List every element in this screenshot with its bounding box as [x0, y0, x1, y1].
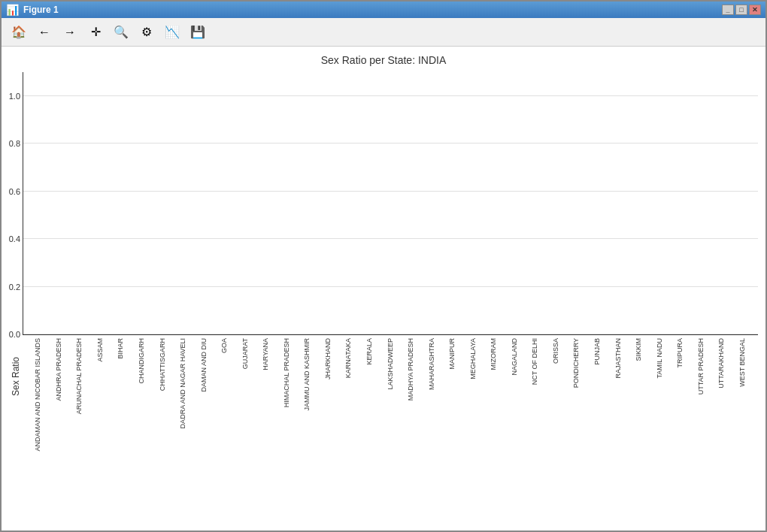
x-label-item: MIZORAM — [484, 335, 504, 530]
x-label-text: MADHYA PRADESH — [408, 338, 414, 401]
x-label-item: HIMACHAL PRADESH — [277, 335, 297, 530]
main-window: 📊 Figure 1 _ □ ✕ 🏠 ← → ✛ 🔍 ⚙ 📉 💾 Sex Rat… — [0, 0, 767, 532]
chart-inner: 0.00.20.40.60.81.0 ANDAMAN AND NICOBAR I… — [23, 72, 758, 530]
x-label-text: KERALA — [366, 338, 373, 365]
x-label-text: ORISSA — [553, 338, 559, 364]
x-label-item: TRIPURA — [671, 335, 690, 530]
x-label-item: HARYANA — [256, 335, 276, 530]
grid-line — [23, 238, 758, 239]
x-label-text: NAGALAND — [511, 338, 518, 376]
x-label-item: UTTARAKHAND — [712, 335, 732, 530]
maximize-button[interactable]: □ — [735, 5, 747, 15]
grid-line — [23, 334, 758, 334]
x-label-item: ASSAM — [91, 335, 111, 530]
x-label-text: ARUNACHAL PRADESH — [76, 338, 83, 414]
x-label-item: CHANDIGARH — [132, 335, 152, 530]
toolbar: 🏠 ← → ✛ 🔍 ⚙ 📉 💾 — [2, 18, 765, 47]
y-tick-label: 1.0 — [9, 92, 20, 101]
x-label-text: ANDAMAN AND NICOBAR ISLANDS — [35, 338, 41, 452]
bars-container — [23, 72, 758, 334]
title-bar-left: 📊 Figure 1 — [6, 4, 59, 16]
minimize-button[interactable]: _ — [722, 5, 734, 15]
x-label-text: LAKSHADWEEP — [387, 338, 394, 390]
x-label-item: JHARKHAND — [319, 335, 338, 530]
move-button[interactable]: ✛ — [84, 22, 107, 43]
x-label-text: HARYANA — [262, 338, 269, 370]
x-label-item: UTTAR PRADESH — [692, 335, 711, 530]
y-tick-label: 0.8 — [9, 139, 20, 148]
forward-button[interactable]: → — [59, 22, 81, 43]
title-bar: 📊 Figure 1 _ □ ✕ — [2, 2, 765, 18]
x-label-text: MANIPUR — [449, 338, 456, 370]
x-label-item: PONDICHERRY — [567, 335, 587, 530]
x-label-text: MIZORAM — [490, 338, 497, 370]
save-button[interactable]: 💾 — [186, 22, 209, 43]
x-label-text: PONDICHERRY — [573, 338, 580, 388]
x-label-text: RAJASTHAN — [615, 338, 622, 379]
x-label-text: DADRA AND NAGAR HAVELI — [180, 338, 186, 428]
x-label-text: CHANDIGARH — [138, 338, 145, 384]
grid-line — [23, 286, 758, 287]
y-tick-label: 0.2 — [9, 283, 20, 292]
y-tick-label: 0.0 — [9, 330, 20, 339]
grid-line — [23, 191, 758, 192]
x-label-item: TAMIL NADU — [650, 335, 669, 530]
x-label-item: JAMMU AND KASHMIR — [298, 335, 317, 530]
x-label-text: PUNJAB — [594, 338, 601, 365]
x-label-text: GUJARAT — [242, 338, 249, 369]
x-label-item: GUJARAT — [235, 335, 255, 530]
x-label-item: MANIPUR — [443, 335, 462, 530]
zoom-button[interactable]: 🔍 — [110, 22, 132, 43]
x-label-item: SIKKIM — [629, 335, 649, 530]
x-labels: ANDAMAN AND NICOBAR ISLANDSANDHRA PRADES… — [23, 335, 758, 530]
x-label-item: KERALA — [360, 335, 380, 530]
chart-area: Sex Ratio per State: INDIA Ratio Sex Rat… — [2, 47, 765, 530]
plot-area: 0.00.20.40.60.81.0 — [23, 72, 758, 335]
x-label-item: CHHATTISGARH — [153, 335, 172, 530]
grid-line — [23, 95, 758, 96]
grid-line — [23, 143, 758, 144]
home-button[interactable]: 🏠 — [8, 22, 30, 43]
close-button[interactable]: ✕ — [749, 5, 761, 15]
x-label-text: MAHARASHTRA — [429, 338, 435, 390]
x-label-item: ANDAMAN AND NICOBAR ISLANDS — [29, 335, 48, 530]
x-label-text: DAMAN AND DIU — [201, 338, 208, 392]
window-icon: 📊 — [6, 4, 19, 16]
x-label-item: ANDHRA PRADESH — [50, 335, 69, 530]
x-label-text: ANDHRA PRADESH — [56, 338, 62, 401]
chart-wrapper: Sex Ratio 0.00.20.40.60.81.0 ANDAMAN AND… — [9, 72, 758, 530]
x-label-item: ORISSA — [547, 335, 566, 530]
x-label-item: ARUNACHAL PRADESH — [70, 335, 89, 530]
x-label-item: NAGALAND — [505, 335, 525, 530]
x-label-text: WEST BENGAL — [739, 338, 746, 387]
x-label-item: DAMAN AND DIU — [194, 335, 214, 530]
x-label-item: MADHYA PRADESH — [402, 335, 421, 530]
x-label-text: ASSAM — [97, 338, 104, 362]
x-label-item: DADRA AND NAGAR HAVELI — [174, 335, 193, 530]
x-label-item: NCT OF DELHI — [526, 335, 545, 530]
x-label-text: TRIPURA — [677, 338, 684, 368]
back-button[interactable]: ← — [33, 22, 56, 43]
line-button[interactable]: 📉 — [161, 22, 183, 43]
x-label-text: TAMIL NADU — [656, 338, 663, 379]
x-label-text: NCT OF DELHI — [532, 338, 538, 385]
x-label-text: KARNATAKA — [345, 338, 352, 378]
x-label-text: SIKKIM — [635, 338, 642, 361]
title-bar-buttons[interactable]: _ □ ✕ — [722, 5, 761, 15]
settings-button[interactable]: ⚙ — [135, 22, 158, 43]
x-label-text: HIMACHAL PRADESH — [283, 338, 290, 407]
x-label-text: GOA — [221, 338, 228, 353]
x-label-item: KARNATAKA — [339, 335, 359, 530]
x-label-text: JAMMU AND KASHMIR — [304, 338, 311, 411]
y-tick-label: 0.4 — [9, 234, 20, 243]
x-label-item: PUNJAB — [588, 335, 608, 530]
x-label-item: MAHARASHTRA — [422, 335, 441, 530]
y-tick-label: 0.6 — [9, 187, 20, 196]
x-label-text: BIHAR — [117, 338, 124, 359]
x-label-text: UTTARAKHAND — [718, 338, 725, 388]
x-label-text: JHARKHAND — [325, 338, 332, 379]
window-title: Figure 1 — [23, 5, 59, 15]
x-label-item: MEGHALAYA — [463, 335, 483, 530]
x-label-text: MEGHALAYA — [470, 338, 477, 379]
chart-title: Sex Ratio per State: INDIA — [321, 54, 447, 66]
